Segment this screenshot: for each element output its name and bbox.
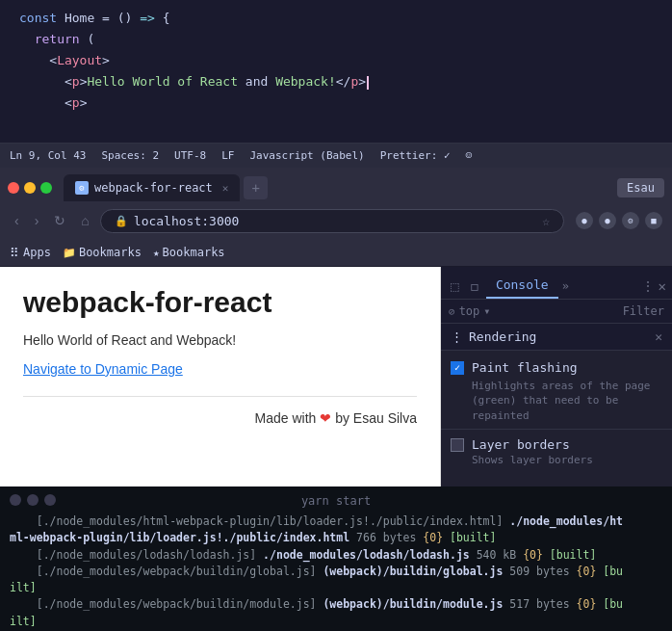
- language-mode: Javascript (Babel): [249, 149, 364, 162]
- layer-borders-description: Shows layer borders: [451, 454, 662, 466]
- paint-flashing-header: ✓ Paint flashing: [451, 360, 662, 375]
- rendering-drag-icon: ⋮: [451, 329, 463, 344]
- devtools-cursor-icon[interactable]: ⬚: [447, 275, 462, 298]
- page-footer: Made with ❤ by Esau Silva: [23, 410, 417, 426]
- terminal-line-7: ilt]: [10, 614, 662, 630]
- terminal-line-5: ilt]: [10, 580, 662, 596]
- code-line-2: return (: [0, 29, 672, 50]
- address-text: localhost:3000: [134, 214, 536, 228]
- reload-btn[interactable]: ↻: [49, 210, 70, 231]
- code-line-5: <p>: [0, 92, 672, 114]
- bookmark-1[interactable]: 📁 Bookmarks: [63, 246, 142, 259]
- no-entry-icon: ⊘: [449, 305, 455, 318]
- minimize-window-btn[interactable]: [24, 182, 36, 194]
- folder-icon: 📁: [63, 247, 76, 259]
- footer-text: Made with: [255, 410, 317, 426]
- ext-icon-3[interactable]: ⚙: [622, 212, 639, 229]
- paint-flashing-checkbox[interactable]: ✓: [451, 361, 464, 375]
- checkmark-icon: ✓: [454, 362, 460, 373]
- page-content: webpack-for-react Hello World of React a…: [0, 267, 441, 486]
- code-line-3: <Layout>: [0, 50, 672, 71]
- home-btn[interactable]: ⌂: [76, 210, 93, 231]
- devtools-menu-btn[interactable]: ⋮: [641, 278, 655, 294]
- bookmark-2[interactable]: ★ Bookmarks: [153, 246, 225, 259]
- footer-author: by Esau Silva: [335, 410, 417, 426]
- rendering-content: ✓ Paint flashing Highlights areas of the…: [441, 351, 672, 478]
- close-window-btn[interactable]: [8, 182, 19, 194]
- code-line-4: <p>Hello World of React and Webpack!</p>: [0, 71, 672, 92]
- console-tab[interactable]: Console: [486, 273, 558, 299]
- paint-flashing-item: ✓ Paint flashing Highlights areas of the…: [441, 355, 672, 429]
- file-encoding: UTF-8: [174, 149, 206, 162]
- terminal-title: yarn start: [301, 494, 371, 508]
- main-area: webpack-for-react Hello World of React a…: [0, 267, 672, 486]
- browser-tab[interactable]: ⚙ webpack-for-react ✕: [64, 174, 240, 201]
- maximize-window-btn[interactable]: [40, 182, 52, 194]
- browser-chrome: ⚙ webpack-for-react ✕ + Esau ‹ › ↻ ⌂ 🔒 l…: [0, 168, 672, 267]
- terminal-dot-1: [10, 494, 21, 506]
- terminal-dot-3: [44, 494, 56, 506]
- tab-title: webpack-for-react: [94, 181, 213, 195]
- heart-icon: ❤: [320, 410, 331, 426]
- context-label: top: [459, 304, 480, 318]
- tab-bar: ⚙ webpack-for-react ✕ + Esau: [0, 168, 672, 202]
- address-bar[interactable]: 🔒 localhost:3000 ☆: [100, 209, 564, 233]
- status-bar: Ln 9, Col 43 Spaces: 2 UTF-8 LF Javascri…: [0, 143, 672, 168]
- forward-btn[interactable]: ›: [30, 210, 44, 231]
- rendering-tab-header: ⋮ Rendering ✕: [441, 324, 672, 351]
- lock-icon: 🔒: [115, 215, 128, 227]
- code-editor: const Home = () => { return ( <Layout> <…: [0, 0, 672, 143]
- filter-label[interactable]: Filter: [623, 304, 664, 318]
- page-body-text: Hello World of React and Webpack!: [23, 332, 417, 348]
- layer-borders-item: Layer borders Shows layer borders: [441, 429, 672, 474]
- terminal-line-1: [./node_modules/html-webpack-plugin/lib/…: [10, 513, 662, 530]
- bookmarks-bar: ⠿ Apps 📁 Bookmarks ★ Bookmarks: [0, 239, 672, 266]
- page-title: webpack-for-react: [23, 286, 417, 319]
- code-line-1: const Home = () => {: [0, 8, 672, 29]
- layer-borders-checkbox[interactable]: [451, 438, 464, 452]
- terminal-dot-2: [27, 494, 39, 506]
- paint-flashing-description: Highlights areas of the page (green) tha…: [451, 379, 662, 423]
- prettier-status: Prettier: ✓: [380, 149, 451, 162]
- bookmark-2-label: Bookmarks: [163, 246, 225, 259]
- apps-menu[interactable]: ⠿ Apps: [10, 246, 51, 260]
- terminal-line-2: ml-webpack-plugin/lib/loader.js!./public…: [10, 530, 662, 546]
- rendering-title: Rendering: [469, 329, 536, 344]
- ext-icon-2[interactable]: ●: [599, 212, 616, 229]
- more-tabs-chevron[interactable]: »: [562, 279, 569, 293]
- page-divider: [23, 396, 417, 397]
- user-profile-btn[interactable]: Esau: [617, 178, 664, 197]
- layer-borders-label: Layer borders: [472, 437, 570, 452]
- devtools-inspect-icon[interactable]: ◻: [466, 275, 481, 298]
- tab-favicon: ⚙: [75, 181, 89, 195]
- back-btn[interactable]: ‹: [10, 210, 24, 231]
- indent-mode: Spaces: 2: [101, 149, 159, 162]
- new-tab-btn[interactable]: +: [244, 176, 267, 199]
- devtools-close-btn[interactable]: ✕: [659, 278, 666, 294]
- browser-extension-icons: ● ● ⚙ ■: [576, 212, 662, 229]
- terminal-line-3: [./node_modules/lodash/lodash.js] ./node…: [10, 547, 662, 564]
- bookmark-1-label: Bookmarks: [79, 246, 142, 259]
- ext-icon-1[interactable]: ●: [576, 212, 593, 229]
- ext-icon-4[interactable]: ■: [645, 212, 662, 229]
- layer-borders-header: Layer borders: [451, 437, 662, 452]
- terminal: yarn start [./node_modules/html-webpack-…: [0, 486, 672, 631]
- line-ending: LF: [221, 149, 234, 162]
- paint-flashing-label: Paint flashing: [472, 360, 578, 375]
- context-dropdown-icon[interactable]: ▾: [483, 304, 490, 318]
- navigate-link[interactable]: Navigate to Dynamic Page: [23, 361, 417, 377]
- nav-bar: ‹ › ↻ ⌂ 🔒 localhost:3000 ☆ ● ● ⚙ ■: [0, 202, 672, 239]
- tab-close-btn[interactable]: ✕: [222, 182, 229, 195]
- window-controls: [8, 182, 52, 194]
- bookmark-star-icon[interactable]: ☆: [542, 214, 550, 228]
- apps-grid-icon: ⠿: [10, 246, 19, 260]
- devtools-tab-bar: ⬚ ◻ Console » ⋮ ✕: [441, 267, 672, 300]
- devtools-panel: ⬚ ◻ Console » ⋮ ✕ ⊘ top ▾ Filter ⋮ Rende…: [441, 267, 672, 486]
- terminal-line-6: [./node_modules/webpack/buildin/module.j…: [10, 596, 662, 613]
- cursor-position: Ln 9, Col 43: [10, 149, 86, 162]
- rendering-close-btn[interactable]: ✕: [655, 329, 662, 344]
- star-bm-icon: ★: [153, 247, 160, 259]
- terminal-line-4: [./node_modules/webpack/buildin/global.j…: [10, 564, 662, 580]
- devtools-context-bar: ⊘ top ▾ Filter: [441, 300, 672, 324]
- apps-label: Apps: [23, 246, 51, 259]
